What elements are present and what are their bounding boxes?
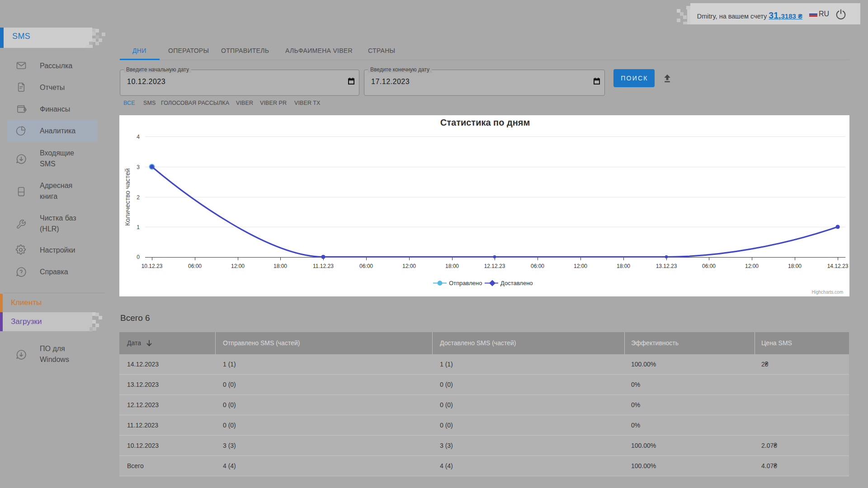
svg-text:Highcharts.com: Highcharts.com — [812, 290, 843, 295]
svg-text:Доставлено: Доставлено — [500, 280, 533, 286]
svg-text:0: 0 — [137, 254, 140, 260]
svg-text:Количество частей: Количество частей — [124, 168, 131, 225]
svg-text:10.12.23: 10.12.23 — [142, 263, 163, 269]
svg-text:12:00: 12:00 — [574, 263, 587, 269]
svg-text:18:00: 18:00 — [445, 263, 459, 269]
svg-text:18:00: 18:00 — [617, 263, 630, 269]
svg-text:06:00: 06:00 — [702, 263, 716, 269]
svg-text:06:00: 06:00 — [531, 263, 544, 269]
svg-text:13.12.23: 13.12.23 — [656, 263, 677, 269]
svg-text:18:00: 18:00 — [274, 263, 287, 269]
svg-text:Статистика по дням: Статистика по дням — [440, 117, 530, 127]
svg-text:11.12.23: 11.12.23 — [313, 263, 334, 269]
svg-text:1: 1 — [137, 224, 140, 230]
svg-text:06:00: 06:00 — [359, 263, 373, 269]
svg-text:Отправлено: Отправлено — [449, 280, 482, 286]
svg-text:3: 3 — [137, 164, 140, 170]
svg-text:12:00: 12:00 — [745, 263, 759, 269]
svg-text:14.12.23: 14.12.23 — [827, 263, 849, 269]
svg-text:2: 2 — [137, 194, 140, 201]
svg-text:12.12.23: 12.12.23 — [484, 263, 505, 269]
svg-text:4: 4 — [137, 134, 140, 140]
svg-text:12:00: 12:00 — [231, 263, 245, 269]
svg-text:18:00: 18:00 — [788, 263, 802, 269]
svg-text:06:00: 06:00 — [188, 263, 202, 269]
svg-text:12:00: 12:00 — [402, 263, 416, 269]
